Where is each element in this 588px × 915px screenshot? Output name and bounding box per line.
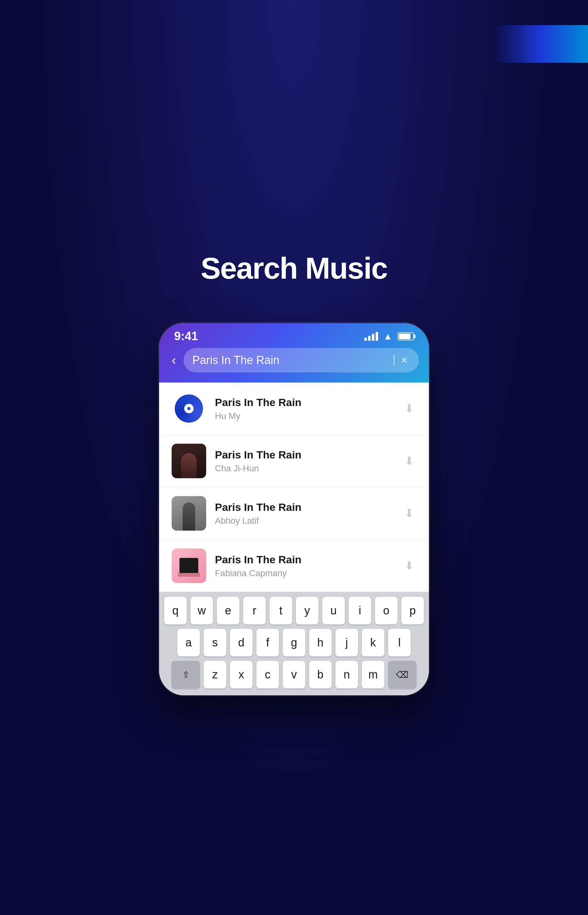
- signal-bar-2: [368, 336, 371, 341]
- key-p[interactable]: p: [401, 597, 424, 625]
- clear-search-button[interactable]: ✕: [398, 354, 410, 366]
- back-button[interactable]: ‹: [169, 350, 179, 370]
- album-art-2: [172, 444, 206, 478]
- search-input-container[interactable]: Paris In The Rain ✕: [184, 348, 419, 373]
- result-item-4[interactable]: Paris In The Rain Fabiana Capmany ⬇: [159, 540, 429, 592]
- keyboard: q w e r t y u i o p a s d f g h j k: [159, 592, 429, 696]
- key-k[interactable]: k: [362, 629, 384, 657]
- result-item-3[interactable]: Paris In The Rain Abhoy Latif ⬇: [159, 487, 429, 540]
- key-d[interactable]: d: [230, 629, 253, 657]
- page-wrapper: Search Music 9:41 ▲: [0, 219, 588, 696]
- result-title-2: Paris In The Rain: [215, 449, 393, 461]
- result-artist-3: Abhoy Latif: [215, 516, 393, 526]
- art-dark-bg: [172, 444, 206, 478]
- page-title: Search Music: [201, 251, 388, 286]
- art-pink-bg: [172, 549, 206, 583]
- key-n[interactable]: n: [335, 661, 358, 689]
- result-info-3: Paris In The Rain Abhoy Latif: [215, 501, 393, 526]
- key-v[interactable]: v: [283, 661, 305, 689]
- key-m[interactable]: m: [362, 661, 384, 689]
- wifi-icon: ▲: [383, 331, 393, 342]
- key-e[interactable]: e: [217, 597, 239, 625]
- key-h[interactable]: h: [309, 629, 332, 657]
- vinyl-disc-icon: [175, 394, 203, 423]
- album-art-4: [172, 549, 206, 583]
- key-q[interactable]: q: [164, 597, 187, 625]
- download-button-4[interactable]: ⬇: [402, 557, 416, 575]
- status-icons: ▲: [364, 331, 414, 342]
- key-s[interactable]: s: [204, 629, 226, 657]
- key-u[interactable]: u: [322, 597, 345, 625]
- result-info-1: Paris In The Rain Hu My: [215, 396, 393, 421]
- key-o[interactable]: o: [375, 597, 397, 625]
- battery-icon: [397, 332, 414, 341]
- key-x[interactable]: x: [230, 661, 253, 689]
- result-info-2: Paris In The Rain Cha Ji-Hun: [215, 449, 393, 473]
- pink-box-icon: [179, 558, 198, 574]
- album-art-1: [172, 391, 206, 426]
- result-info-4: Paris In The Rain Fabiana Capmany: [215, 554, 393, 578]
- key-b[interactable]: b: [309, 661, 332, 689]
- art-gray-bg: [172, 496, 206, 531]
- signal-bars-icon: [364, 332, 378, 341]
- result-artist-2: Cha Ji-Hun: [215, 463, 393, 473]
- key-i[interactable]: i: [349, 597, 371, 625]
- download-button-2[interactable]: ⬇: [402, 452, 416, 470]
- shift-key[interactable]: ⇧: [172, 661, 200, 689]
- keyboard-row-1: q w e r t y u i o p: [162, 597, 426, 625]
- key-z[interactable]: z: [204, 661, 226, 689]
- result-title-3: Paris In The Rain: [215, 501, 393, 513]
- keyboard-row-3: ⇧ z x c v b n m ⌫: [162, 661, 426, 689]
- signal-bar-1: [364, 337, 367, 341]
- status-bar: 9:41 ▲: [159, 323, 429, 348]
- search-bar-row: ‹ Paris In The Rain ✕: [159, 348, 429, 373]
- phone-frame: 9:41 ▲ ‹ Paris: [159, 323, 429, 696]
- download-button-3[interactable]: ⬇: [402, 504, 416, 523]
- signal-bar-3: [372, 334, 374, 341]
- key-y[interactable]: y: [296, 597, 318, 625]
- result-item-2[interactable]: Paris In The Rain Cha Ji-Hun ⬇: [159, 435, 429, 487]
- phone-header: 9:41 ▲ ‹ Paris: [159, 323, 429, 382]
- battery-fill: [399, 334, 410, 339]
- figure-silhouette-icon: [181, 453, 197, 478]
- key-j[interactable]: j: [335, 629, 358, 657]
- text-cursor: [394, 355, 394, 366]
- results-list: Paris In The Rain Hu My ⬇ Paris In The R…: [159, 382, 429, 592]
- key-g[interactable]: g: [283, 629, 305, 657]
- key-c[interactable]: c: [256, 661, 279, 689]
- album-art-3: [172, 496, 206, 531]
- key-f[interactable]: f: [256, 629, 279, 657]
- key-t[interactable]: t: [270, 597, 292, 625]
- delete-key[interactable]: ⌫: [388, 661, 416, 689]
- figure-gray-icon: [183, 502, 195, 531]
- signal-bar-4: [376, 332, 378, 341]
- key-l[interactable]: l: [388, 629, 411, 657]
- keyboard-row-2: a s d f g h j k l: [162, 629, 426, 657]
- key-r[interactable]: r: [243, 597, 266, 625]
- search-query-text: Paris In The Rain: [192, 353, 389, 367]
- result-title-1: Paris In The Rain: [215, 396, 393, 408]
- result-artist-1: Hu My: [215, 411, 393, 421]
- key-w[interactable]: w: [191, 597, 213, 625]
- accent-bar: [494, 25, 588, 63]
- key-a[interactable]: a: [177, 629, 200, 657]
- result-artist-4: Fabiana Capmany: [215, 568, 393, 578]
- download-button-1[interactable]: ⬇: [402, 399, 416, 418]
- result-item-1[interactable]: Paris In The Rain Hu My ⬇: [159, 382, 429, 435]
- result-title-4: Paris In The Rain: [215, 554, 393, 566]
- status-time: 9:41: [174, 329, 198, 343]
